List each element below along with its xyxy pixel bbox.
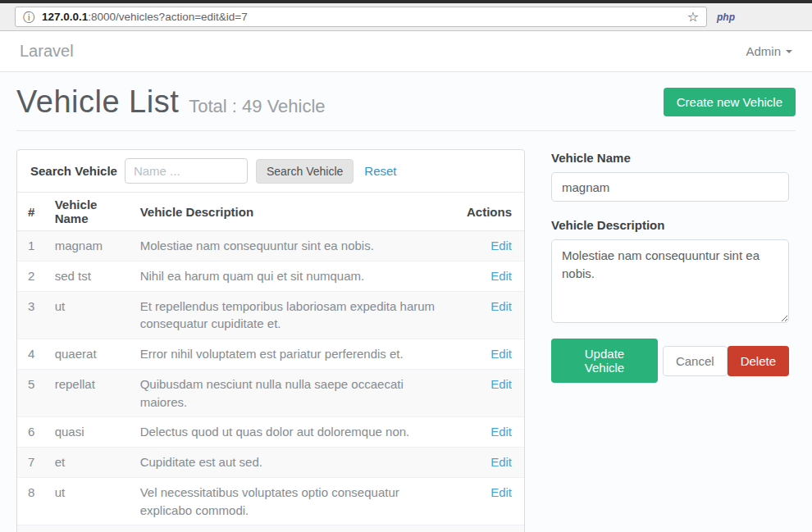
table-row: 7 et Cupiditate est aut sed. Edit: [17, 448, 524, 478]
table-row: 2 sed tst Nihil ea harum quam qui et sit…: [17, 261, 524, 291]
vehicle-name-cell: ut: [48, 477, 134, 525]
search-input[interactable]: [125, 158, 248, 184]
vehicle-table: # Vehicle Name Vehicle Description Actio…: [17, 192, 524, 532]
row-number: 6: [17, 417, 48, 448]
total-count-label: Total : 49 Vehicle: [189, 96, 325, 117]
column-header-num: #: [17, 193, 48, 231]
edit-vehicle-form: Vehicle Name Vehicle Description Molesti…: [551, 149, 789, 383]
vehicle-name-cell: voluptates: [48, 525, 134, 532]
vehicle-description-cell: Error nihil voluptatem est pariatur perf…: [134, 339, 460, 370]
url-path: :8000/vehicles?action=edit&id=7: [88, 11, 247, 23]
vehicle-name-cell: quasi: [48, 417, 134, 448]
content-row: Search Vehicle Search Vehicle Reset # Ve…: [16, 149, 796, 532]
vehicle-name-label: Vehicle Name: [551, 151, 789, 165]
edit-link[interactable]: Edit: [490, 239, 512, 252]
screen: ⓘ 127.0.0.1:8000/vehicles?action=edit&id…: [0, 0, 812, 532]
edit-link[interactable]: Edit: [490, 425, 512, 439]
page-title: Vehicle List: [16, 84, 179, 120]
vehicle-description-cell: Et repellendus temporibus laboriosam exp…: [134, 291, 460, 339]
url-host: 127.0.0.1: [42, 11, 88, 23]
table-row: 9 voluptates Quaerat maxime qui dolore. …: [17, 525, 524, 532]
vehicle-description-cell: Cupiditate est aut sed.: [134, 448, 460, 478]
table-row: 8 ut Vel necessitatibus voluptates optio…: [17, 477, 524, 525]
vehicle-description-label: Vehicle Description: [551, 218, 789, 232]
vehicle-description-textarea[interactable]: Molestiae nam consequuntur sint ea nobis…: [551, 239, 789, 323]
vehicle-description-cell: Quaerat maxime qui dolore.: [134, 525, 460, 532]
row-number: 1: [17, 231, 48, 261]
main-content: Vehicle List Total : 49 Vehicle Create n…: [0, 84, 812, 532]
vehicle-description-cell: Vel necessitatibus voluptates optio cons…: [134, 477, 460, 525]
edit-link[interactable]: Edit: [490, 299, 512, 313]
search-label: Search Vehicle: [30, 164, 117, 178]
row-number: 8: [17, 477, 48, 525]
row-number: 4: [17, 339, 48, 370]
vehicle-name-input[interactable]: [551, 172, 789, 202]
vehicle-name-cell: et: [48, 448, 134, 478]
vehicle-list-card: Search Vehicle Search Vehicle Reset # Ve…: [16, 149, 525, 532]
edit-link[interactable]: Edit: [490, 269, 512, 283]
form-actions: Update Vehicle Cancel Delete: [551, 339, 789, 383]
search-button[interactable]: Search Vehicle: [256, 159, 354, 184]
page-info-icon[interactable]: ⓘ: [23, 11, 34, 23]
edit-link[interactable]: Edit: [490, 377, 512, 391]
chevron-down-icon: [786, 50, 792, 53]
create-vehicle-button[interactable]: Create new Vehicle: [664, 88, 796, 116]
row-number: 7: [17, 448, 48, 478]
edit-link[interactable]: Edit: [490, 455, 512, 469]
vehicle-description-cell: Quibusdam nesciunt nulla nulla saepe occ…: [134, 369, 460, 417]
page-header: Vehicle List Total : 49 Vehicle Create n…: [16, 84, 796, 120]
delete-button[interactable]: Delete: [728, 346, 789, 376]
vehicle-table-body: 1 magnam Molestiae nam consequuntur sint…: [17, 231, 524, 532]
table-row: 6 quasi Delectus quod ut quas dolor aut …: [17, 417, 524, 448]
row-number: 3: [17, 291, 48, 339]
row-number: 9: [17, 525, 48, 532]
table-header-row: # Vehicle Name Vehicle Description Actio…: [17, 193, 524, 231]
vehicle-description-cell: Delectus quod ut quas dolor aut doloremq…: [134, 417, 460, 448]
table-row: 1 magnam Molestiae nam consequuntur sint…: [17, 231, 524, 261]
row-number: 2: [17, 261, 48, 291]
reset-link[interactable]: Reset: [364, 164, 396, 178]
edit-link[interactable]: Edit: [490, 485, 512, 499]
column-header-actions: Actions: [460, 193, 524, 231]
bookmark-star-icon[interactable]: ☆: [687, 11, 699, 24]
brand-link[interactable]: Laravel: [20, 42, 74, 61]
header-divider: [16, 130, 796, 131]
cancel-button[interactable]: Cancel: [663, 346, 728, 376]
navbar: Laravel Admin: [0, 31, 812, 72]
column-header-description: Vehicle Description: [134, 193, 460, 231]
table-row: 5 repellat Quibusdam nesciunt nulla null…: [17, 369, 524, 417]
vehicle-name-cell: repellat: [48, 369, 134, 417]
user-menu[interactable]: Admin: [746, 44, 792, 58]
update-vehicle-button[interactable]: Update Vehicle: [551, 339, 658, 383]
user-menu-label: Admin: [746, 44, 781, 58]
php-extension-icon[interactable]: php: [717, 11, 735, 23]
edit-link[interactable]: Edit: [490, 347, 512, 361]
url-text: 127.0.0.1:8000/vehicles?action=edit&id=7: [42, 11, 248, 23]
vehicle-name-cell: sed tst: [48, 261, 134, 291]
url-bar[interactable]: ⓘ 127.0.0.1:8000/vehicles?action=edit&id…: [15, 7, 707, 27]
vehicle-name-cell: quaerat: [48, 339, 134, 370]
browser-chrome: ⓘ 127.0.0.1:8000/vehicles?action=edit&id…: [0, 3, 812, 31]
vehicle-description-cell: Molestiae nam consequuntur sint ea nobis…: [134, 231, 460, 261]
vehicle-description-cell: Nihil ea harum quam qui et sit numquam.: [134, 261, 460, 291]
column-header-name: Vehicle Name: [48, 193, 134, 231]
table-row: 3 ut Et repellendus temporibus laboriosa…: [17, 291, 524, 339]
vehicle-name-cell: ut: [48, 291, 134, 339]
row-number: 5: [17, 369, 48, 417]
search-form: Search Vehicle Search Vehicle Reset: [17, 150, 524, 192]
table-row: 4 quaerat Error nihil voluptatem est par…: [17, 339, 524, 370]
vehicle-name-cell: magnam: [48, 231, 134, 261]
